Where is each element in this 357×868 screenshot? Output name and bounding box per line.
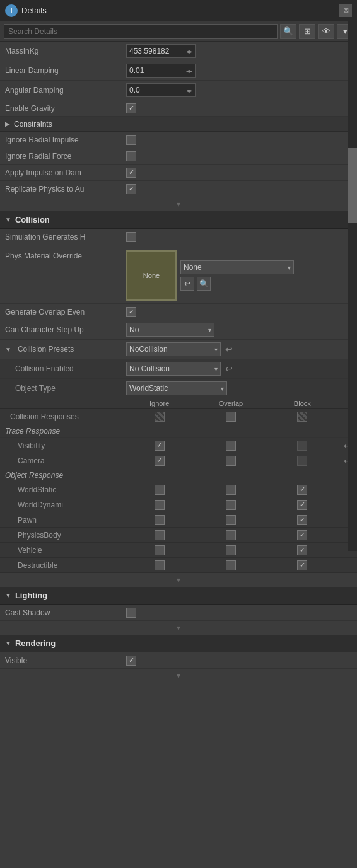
pawn-block-checkbox[interactable] (297, 515, 307, 525)
apply-impulse-row: Apply Impulse on Dam (0, 165, 357, 181)
linear-damping-arrow: ◂▸ (186, 67, 192, 74)
visible-checkbox[interactable] (126, 656, 136, 666)
world-static-overlap-check (195, 485, 266, 495)
object-type-label: Object Type (0, 383, 124, 394)
collision-enabled-label: Collision Enabled (0, 363, 124, 374)
camera-overlap-checkbox[interactable] (226, 456, 236, 466)
physics-body-block-check (267, 530, 338, 540)
pawn-ignore-checkbox[interactable] (155, 515, 165, 525)
phys-material-dropdown-arrow: ▾ (288, 264, 291, 271)
vehicle-overlap-checkbox[interactable] (226, 545, 236, 555)
collision-presets-dropdown[interactable]: NoCollision ▾ (126, 342, 221, 356)
enable-gravity-checkbox[interactable] (126, 103, 136, 113)
constraints-section[interactable]: ▶ Constraints (0, 117, 357, 132)
ignore-radial-impulse-value (124, 134, 357, 146)
pawn-label: Pawn (0, 516, 124, 524)
cast-shadow-checkbox[interactable] (126, 608, 136, 618)
collision-table-header: Ignore Overlap Block (0, 398, 357, 409)
physics-body-overlap-checkbox[interactable] (226, 530, 236, 540)
scroll-indicator-2: ▾ (0, 573, 357, 587)
destructible-block-checkbox[interactable] (297, 560, 307, 570)
object-type-dropdown[interactable]: WorldStatic ▾ (126, 381, 227, 395)
visible-row: Visible (0, 652, 357, 669)
visibility-block-check (267, 441, 338, 451)
can-char-step-dropdown[interactable]: No ▾ (126, 323, 214, 337)
physics-body-block-checkbox[interactable] (297, 530, 307, 540)
simulation-generates-label: Simulation Generates H (0, 231, 124, 243)
visible-value (124, 654, 357, 667)
can-char-step-value: No ▾ (124, 321, 357, 338)
close-button[interactable]: ⊠ (339, 4, 352, 17)
grid-view-button[interactable]: ⊞ (299, 24, 315, 39)
object-response-label: Object Response (0, 471, 124, 480)
visibility-ignore-checkbox[interactable] (155, 441, 165, 451)
search-button[interactable]: 🔍 (280, 24, 296, 39)
visibility-label: Visibility (0, 441, 124, 450)
rendering-section-header[interactable]: ▼ Rendering (0, 635, 357, 652)
replicate-physics-value (124, 183, 357, 195)
header-icon: i (5, 4, 18, 17)
destructible-block-check (267, 560, 338, 570)
mass-value: 453.598182 ◂▸ (124, 43, 357, 59)
camera-block-checkbox[interactable] (297, 456, 307, 466)
phys-material-reset-btn[interactable]: ↩ (180, 277, 194, 291)
scroll-indicator-1: ▾ (0, 197, 357, 211)
eye-button[interactable]: 👁 (318, 24, 334, 39)
camera-label: Camera (0, 456, 124, 465)
world-static-overlap-checkbox[interactable] (226, 485, 236, 495)
scrollbar-thumb[interactable] (348, 148, 357, 223)
visibility-overlap-checkbox[interactable] (226, 441, 236, 451)
camera-ignore-checkbox[interactable] (155, 456, 165, 466)
ignore-radial-impulse-checkbox[interactable] (126, 135, 136, 145)
search-input[interactable] (4, 24, 278, 39)
can-char-step-row: Can Character Step Up No ▾ (0, 320, 357, 340)
world-dynamic-overlap-checkbox[interactable] (226, 500, 236, 510)
apply-impulse-checkbox[interactable] (126, 168, 136, 178)
collision-section-header[interactable]: ▼ Collision (0, 211, 357, 229)
collision-responses-row: Collision Responses (0, 409, 357, 424)
object-type-value: WorldStatic ▾ (124, 380, 357, 396)
phys-material-label: Phys Material Override (0, 249, 124, 262)
world-dynamic-ignore-checkbox[interactable] (155, 500, 165, 510)
mass-input-arrow: ◂▸ (186, 48, 192, 55)
vehicle-ignore-checkbox[interactable] (155, 545, 165, 555)
lighting-section-header[interactable]: ▼ Lighting (0, 587, 357, 605)
collision-responses-label: Collision Responses (0, 412, 124, 421)
world-static-ignore-check (124, 485, 195, 495)
destructible-overlap-checkbox[interactable] (226, 560, 236, 570)
replicate-physics-checkbox[interactable] (126, 184, 136, 194)
enable-gravity-value (124, 102, 357, 115)
destructible-ignore-checkbox[interactable] (155, 560, 165, 570)
phys-material-dropdown[interactable]: None ▾ (180, 260, 294, 274)
ignore-radial-force-label: Ignore Radial Force (0, 151, 124, 162)
camera-ignore-check (124, 456, 195, 466)
linear-damping-input[interactable]: 0.01 ◂▸ (126, 64, 196, 78)
collision-enabled-reset-btn[interactable]: ↩ (223, 363, 235, 374)
simulation-generates-row: Simulation Generates H (0, 229, 357, 245)
vehicle-ignore-check (124, 545, 195, 555)
simulation-generates-checkbox[interactable] (126, 232, 136, 242)
cast-shadow-value (124, 606, 357, 619)
collision-responses-overlap-checkbox[interactable] (226, 412, 236, 422)
phys-material-search-btn[interactable]: 🔍 (197, 277, 211, 291)
pawn-overlap-check (195, 515, 266, 525)
simulation-generates-value (124, 231, 357, 243)
collision-enabled-dropdown-arrow: ▾ (214, 366, 218, 373)
world-static-ignore-checkbox[interactable] (155, 485, 165, 495)
pawn-overlap-checkbox[interactable] (226, 515, 236, 525)
collision-responses-block-check (267, 412, 338, 422)
scrollbar-track (348, 21, 357, 551)
visibility-block-checkbox[interactable] (297, 441, 307, 451)
vehicle-block-checkbox[interactable] (297, 545, 307, 555)
ignore-radial-force-checkbox[interactable] (126, 151, 136, 161)
world-static-block-checkbox[interactable] (297, 485, 307, 495)
angular-damping-arrow: ◂▸ (186, 87, 192, 94)
collision-presets-reset-btn[interactable]: ↩ (223, 344, 235, 355)
world-dynamic-block-checkbox[interactable] (297, 500, 307, 510)
generate-overlap-checkbox[interactable] (126, 307, 136, 317)
angular-damping-input[interactable]: 0.0 ◂▸ (126, 83, 196, 97)
mass-input[interactable]: 453.598182 ◂▸ (126, 44, 196, 58)
physics-body-ignore-checkbox[interactable] (155, 530, 165, 540)
rendering-section-arrow: ▼ (5, 640, 11, 647)
collision-enabled-dropdown[interactable]: No Collision ▾ (126, 362, 221, 376)
